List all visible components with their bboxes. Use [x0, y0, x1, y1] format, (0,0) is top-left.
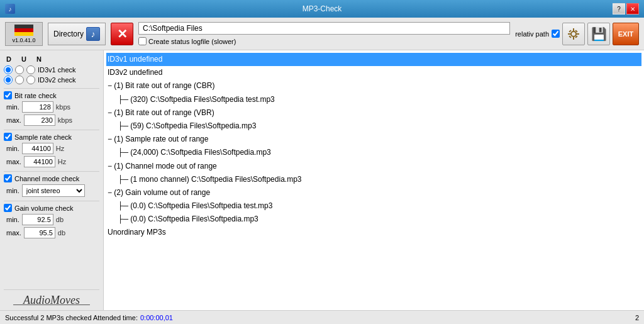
tree-item[interactable]: − (1) Channel mode out of range	[106, 160, 641, 173]
exit-button[interactable]: EXIT	[613, 23, 639, 45]
gain-volume-min-row: min. 92.5 db	[4, 214, 99, 225]
app-icon: ♪	[5, 4, 15, 14]
sample-rate-header: Sample rate check	[4, 133, 99, 141]
tree-item[interactable]: ID3v2 undefined	[106, 66, 641, 79]
status-log-label: Create status logfile (slower)	[148, 38, 236, 45]
tree-item[interactable]: ├─ (0.0) C:\Softpedia Files\Softpedia te…	[106, 199, 641, 213]
tree-item[interactable]: ID3v1 undefined	[106, 53, 641, 66]
bit-rate-header: Bit rate check	[4, 91, 99, 99]
gain-volume-max-unit: db	[58, 229, 65, 237]
tree-item-text: Unordinary MP3s	[108, 226, 166, 238]
directory-button[interactable]: Directory ♪	[48, 23, 106, 45]
channel-mode-checkbox[interactable]	[4, 174, 12, 182]
radio-header: D U N	[4, 55, 99, 63]
status-log-row: Create status logfile (slower)	[138, 37, 510, 45]
save-button[interactable]: 💾	[587, 23, 610, 45]
bit-rate-min-input[interactable]: 128	[22, 101, 53, 113]
status-time: 0:00:00,01	[140, 314, 173, 321]
version-label: v1.0.41.0	[12, 37, 35, 43]
left-panel: D U N ID3v1 check ID3v2 check	[0, 50, 104, 310]
channel-mode-select[interactable]: joint stereo	[22, 184, 85, 197]
tree-item-text: ├─ (1 mono channel) C:\Softpedia Files\S…	[118, 174, 302, 186]
toolbar: v1.0.41.0 Directory ♪ ✕ C:\Softpedia Fil…	[0, 18, 644, 50]
channel-mode-header: Channel mode check	[4, 174, 99, 182]
status-bar: Successful 2 MP3s checked Attended time:…	[0, 310, 644, 324]
id3v2-u-radio[interactable]	[15, 75, 24, 84]
status-text: Successful 2 MP3s checked Attended time:	[5, 314, 138, 321]
bit-rate-checkbox[interactable]	[4, 91, 12, 99]
bit-rate-max-label: max.	[6, 116, 21, 124]
tree-item[interactable]: ├─ (24,000) C:\Softpedia Files\Softpedia…	[106, 146, 641, 159]
title-bar-left: ♪	[5, 4, 15, 14]
tree-item[interactable]: − (2) Gain volume out of range	[106, 186, 641, 199]
tree-item-text: − (1) Bit rate out of range (VBR)	[108, 107, 214, 119]
gain-volume-min-label: min.	[6, 216, 19, 223]
directory-label: Directory	[53, 30, 84, 38]
tree-item-text: ID3v2 undefined	[108, 67, 162, 79]
tree-item-text: ├─ (0.0) C:\Softpedia Files\Softpedia.mp…	[118, 213, 258, 225]
sample-rate-label: Sample rate check	[14, 133, 72, 141]
tree-item-text: ID3v1 undefined	[108, 53, 162, 65]
svg-rect-3	[568, 33, 570, 35]
tree-item[interactable]: ├─ (0.0) C:\Softpedia Files\Softpedia.mp…	[106, 213, 641, 226]
tree-item-text: − (2) Gain volume out of range	[108, 187, 210, 199]
sample-rate-min-label: min.	[6, 145, 19, 152]
tree-item[interactable]: ├─ (59) C:\Softpedia Files\Softpedia.mp3	[106, 120, 641, 133]
tree-item[interactable]: − (1) Bit rate out of range (VBR)	[106, 106, 641, 120]
id3v1-d-radio[interactable]	[4, 65, 13, 74]
svg-point-0	[571, 31, 576, 36]
help-button[interactable]: ?	[613, 3, 625, 14]
sample-rate-checkbox[interactable]	[4, 133, 12, 141]
tree-item-text: ├─ (24,000) C:\Softpedia Files\Softpedia…	[118, 147, 271, 159]
tree-item[interactable]: Unordinary MP3s	[106, 226, 641, 239]
id3v1-label: ID3v1 check	[38, 66, 76, 74]
bit-rate-label: Bit rate check	[14, 92, 57, 99]
stop-button[interactable]: ✕	[111, 23, 133, 45]
tree-item-text: ├─ (320) C:\Softpedia Files\Softpedia te…	[118, 94, 275, 106]
path-text: C:\Softpedia Files	[143, 24, 203, 33]
tree-item[interactable]: ├─ (1 mono channel) C:\Softpedia Files\S…	[106, 173, 641, 186]
sample-rate-max-label: max.	[6, 158, 21, 165]
id3v2-d-radio[interactable]	[4, 75, 13, 84]
id3v1-n-radio[interactable]	[26, 65, 35, 74]
tree-item[interactable]: − (1) Bit rate out of range (CBR)	[106, 79, 641, 92]
tree-item[interactable]: − (1) Sample rate out of range	[106, 133, 641, 146]
id3v1-u-radio[interactable]	[15, 65, 24, 74]
svg-rect-1	[573, 28, 574, 31]
svg-rect-5	[569, 30, 571, 32]
gain-volume-section: Gain volume check min. 92.5 db max. 95.5…	[4, 201, 99, 238]
settings-button[interactable]	[562, 23, 585, 45]
tree-item-text: − (1) Sample rate out of range	[108, 133, 208, 145]
channel-mode-section: Channel mode check min. joint stereo	[4, 171, 99, 197]
german-flag	[14, 25, 33, 36]
channel-mode-label: Channel mode check	[14, 175, 79, 182]
svg-rect-4	[577, 33, 579, 35]
status-log-checkbox-wrapper: Create status logfile (slower)	[138, 37, 236, 45]
svg-rect-2	[573, 37, 574, 40]
title-bar: ♪ MP3-Check ? ✕	[0, 0, 644, 18]
status-left: Successful 2 MP3s checked Attended time:…	[5, 314, 173, 321]
gain-volume-checkbox[interactable]	[4, 204, 12, 212]
status-count: 2	[635, 314, 639, 321]
right-panel[interactable]: ID3v1 undefinedID3v2 undefined− (1) Bit …	[104, 50, 644, 310]
tree-item[interactable]: ├─ (320) C:\Softpedia Files\Softpedia te…	[106, 93, 641, 106]
bit-rate-max-input[interactable]: 230	[24, 115, 55, 126]
close-button[interactable]: ✕	[626, 3, 639, 14]
sample-rate-max-row: max. 44100 Hz	[4, 156, 99, 167]
bit-rate-section: Bit rate check min. 128 kbps max. 230 kb…	[4, 88, 99, 126]
sample-rate-min-input[interactable]: 44100	[22, 143, 53, 154]
version-badge: v1.0.41.0	[5, 22, 43, 46]
toolbar-right: relativ path 💾 EXIT	[515, 23, 639, 45]
sample-rate-max-input[interactable]: 44100	[24, 156, 55, 167]
tree-view: ID3v1 undefinedID3v2 undefined− (1) Bit …	[106, 53, 641, 240]
sample-rate-section: Sample rate check min. 44100 Hz max. 441…	[4, 130, 99, 167]
path-area: C:\Softpedia Files Create status logfile…	[138, 22, 510, 45]
id3-radio-group: D U N ID3v1 check ID3v2 check	[4, 55, 99, 84]
window-controls: ? ✕	[613, 3, 639, 14]
sample-rate-max-unit: Hz	[58, 158, 66, 165]
status-log-checkbox[interactable]	[138, 37, 147, 45]
id3v2-n-radio[interactable]	[26, 75, 35, 84]
relativ-path-checkbox[interactable]	[552, 30, 560, 38]
gain-volume-min-input[interactable]: 92.5	[22, 214, 53, 225]
gain-volume-max-input[interactable]: 95.5	[24, 227, 55, 238]
